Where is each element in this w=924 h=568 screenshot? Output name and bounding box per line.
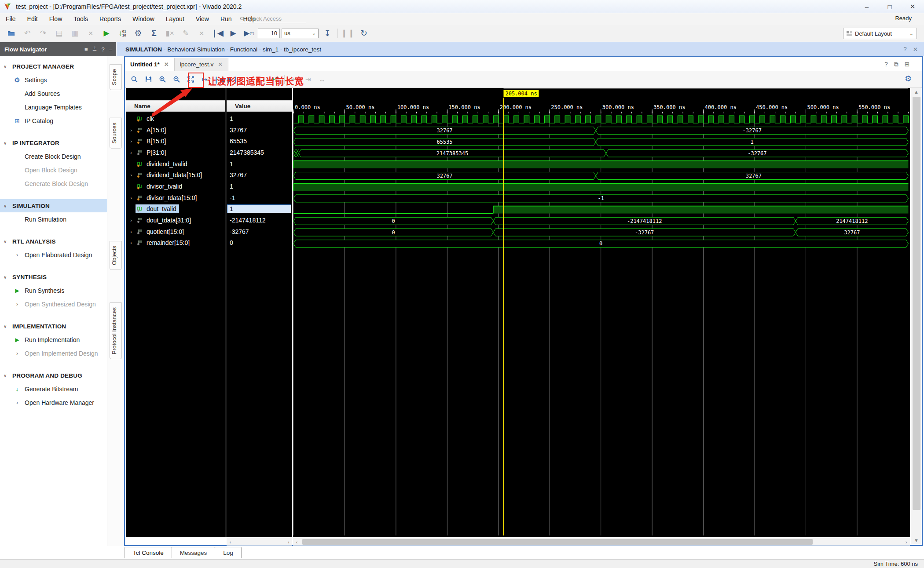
signal-row-A150[interactable]: ›A[15:0] <box>126 124 225 136</box>
expand-chevron-icon[interactable]: › <box>128 240 134 245</box>
time-unit-select[interactable]: us ⌄ <box>282 29 319 38</box>
menu-view[interactable]: View <box>190 14 215 24</box>
tab-log[interactable]: Log <box>215 547 242 558</box>
sidebar-item-settings[interactable]: ⚙Settings <box>0 73 107 87</box>
help-icon[interactable]: ? <box>903 46 907 53</box>
sidebar-item-run-implementation[interactable]: ▶Run Implementation <box>0 333 107 346</box>
menu-file[interactable]: File <box>0 14 22 24</box>
scrollbar-thumb[interactable] <box>913 97 920 510</box>
flow-section-header-synthesis[interactable]: ∨SYNTHESIS <box>0 270 107 284</box>
sidebar-item-open-synthesized-design[interactable]: ›Open Synthesized Design <box>0 297 107 311</box>
help-icon[interactable]: ? <box>884 61 888 68</box>
quick-access-search[interactable]: Quick Access <box>240 15 306 23</box>
signal-row-clk[interactable]: clk <box>126 113 225 124</box>
scrollbar-thumb[interactable] <box>302 539 813 545</box>
layout-selector[interactable]: Default Layout ⌄ <box>843 28 917 39</box>
menu-edit[interactable]: Edit <box>22 14 44 24</box>
close-icon[interactable]: ✕ <box>164 61 169 68</box>
report-sigma-icon[interactable]: Σ <box>147 27 161 40</box>
settings-gear-icon[interactable]: ⚙ <box>131 27 145 40</box>
expand-chevron-icon[interactable]: › <box>128 195 134 200</box>
flow-section-header-ip-integrator[interactable]: ∨IP INTEGRATOR <box>0 136 107 149</box>
tab-untitled-1-[interactable]: Untitled 1*✕ <box>125 58 175 71</box>
expand-chevron-icon[interactable]: › <box>128 127 134 133</box>
paste-icon[interactable]: ▥ <box>68 27 82 40</box>
step-icon[interactable]: ↧ <box>320 27 334 40</box>
close-icon[interactable]: ✕ <box>218 61 223 68</box>
signal-row-quotient150[interactable]: ›quotient[15:0] <box>126 226 225 237</box>
scroll-up-icon[interactable]: ▲ <box>911 88 921 96</box>
expand-chevron-icon[interactable]: › <box>128 150 134 155</box>
sidebar-item-open-elaborated-design[interactable]: ›Open Elaborated Design <box>0 248 107 262</box>
flow-section-header-rtl-analysis[interactable]: ∨RTL ANALYSIS <box>0 235 107 248</box>
sidebar-item-language-templates[interactable]: Language Templates <box>0 100 107 114</box>
sidebar-item-add-sources[interactable]: Add Sources <box>0 87 107 100</box>
scroll-right-icon[interactable]: › <box>902 539 910 545</box>
menu-run[interactable]: Run <box>215 14 238 24</box>
zoom-in-icon[interactable] <box>156 73 169 86</box>
help-icon[interactable]: ? <box>102 46 105 53</box>
breakpoint-icon[interactable]: ▮× <box>163 27 177 40</box>
close-icon[interactable]: ✕ <box>913 46 918 53</box>
signal-row-divisor_tdata150[interactable]: ›divisor_tdata[15:0] <box>126 192 225 204</box>
generate-bitstream-icon[interactable]: ↓0110 <box>115 27 129 40</box>
delete-icon[interactable]: × <box>84 27 98 40</box>
scroll-right-icon[interactable]: › <box>285 539 292 545</box>
flow-section-header-simulation[interactable]: ∨SIMULATION <box>0 199 107 212</box>
float-panel-icon[interactable]: ⧉ <box>894 61 898 68</box>
redo-icon[interactable]: ↷ <box>36 27 50 40</box>
expand-chevron-icon[interactable]: › <box>128 138 134 144</box>
side-tab-objects[interactable]: Objects <box>110 241 122 270</box>
tab-tcl-console[interactable]: Tcl Console <box>125 547 172 558</box>
scroll-left-icon[interactable]: ‹ <box>227 539 234 545</box>
tab-messages[interactable]: Messages <box>172 547 216 558</box>
expand-chevron-icon[interactable]: › <box>128 229 134 234</box>
maximize-panel-icon[interactable]: ⊞ <box>905 61 910 68</box>
side-tab-protocol-instances[interactable]: Protocol Instances <box>110 302 122 359</box>
signal-row-dividend_tvalid[interactable]: dividend_tvalid <box>126 158 225 170</box>
run-for-time-icon[interactable]: ▶(T) <box>242 27 256 40</box>
relaunch-icon[interactable]: ↻ <box>357 27 371 40</box>
side-tab-scope[interactable]: Scope <box>110 64 122 90</box>
signal-row-dividend_tdata150[interactable]: ›dividend_tdata[15:0] <box>126 169 225 181</box>
menu-layout[interactable]: Layout <box>160 14 190 24</box>
signal-row-B150[interactable]: ›B[15:0] <box>126 135 225 147</box>
sidebar-item-ip-catalog[interactable]: ⊞IP Catalog <box>0 114 107 127</box>
close-button[interactable]: ✕ <box>901 0 924 13</box>
zoom-range-icon[interactable]: ↔ <box>315 73 329 86</box>
pause-icon[interactable]: ❙❙ <box>341 27 355 40</box>
save-waveform-icon[interactable] <box>142 73 155 86</box>
signal-row-dout_tvalid[interactable]: dout_tvalid <box>126 204 225 215</box>
wave-horizontal-scrollbar[interactable]: ‹ › <box>293 538 910 546</box>
menu-reports[interactable]: Reports <box>94 14 127 24</box>
flow-section-header-program-and-debug[interactable]: ∨PROGRAM AND DEBUG <box>0 369 107 382</box>
signal-row-remainder150[interactable]: ›remainder[15:0] <box>126 237 225 249</box>
signal-row-P310[interactable]: ›P[31:0] <box>126 147 225 158</box>
side-tab-sources[interactable]: Sources <box>110 118 122 149</box>
restart-sim-icon[interactable]: ❘◀ <box>210 27 224 40</box>
minimize-panel-icon[interactable]: – <box>109 46 112 53</box>
sidebar-item-open-block-design[interactable]: Open Block Design <box>0 163 107 177</box>
flow-section-header-implementation[interactable]: ∨IMPLEMENTATION <box>0 320 107 333</box>
clear-icon[interactable]: ✎ <box>179 27 193 40</box>
cut-sim-icon[interactable]: × <box>194 27 209 40</box>
zoom-out-icon[interactable] <box>170 73 183 86</box>
scroll-left-icon[interactable]: ‹ <box>293 539 301 545</box>
run-all-icon[interactable]: ▶ <box>226 27 240 40</box>
value-column-header[interactable]: Value <box>227 100 292 112</box>
sidebar-item-open-implemented-design[interactable]: ›Open Implemented Design <box>0 346 107 360</box>
wave-vertical-scrollbar[interactable]: ▲ ▼ <box>911 88 921 544</box>
signal-row-divisor_tvalid[interactable]: divisor_tvalid <box>126 181 225 192</box>
search-icon[interactable] <box>128 73 141 86</box>
sidebar-item-open-hardware-manager[interactable]: ›Open Hardware Manager <box>0 396 107 409</box>
name-column-header[interactable]: Name <box>126 100 225 112</box>
scroll-down-icon[interactable]: ▼ <box>911 536 921 544</box>
run-icon[interactable]: ▶ <box>99 27 114 40</box>
sidebar-item-generate-block-design[interactable]: Generate Block Design <box>0 177 107 190</box>
sidebar-item-create-block-design[interactable]: Create Block Design <box>0 149 107 163</box>
wave-settings-gear-icon[interactable]: ⚙ <box>905 74 912 84</box>
waveform-canvas[interactable]: 0.000 ns50.000 ns100.000 ns150.000 ns200… <box>293 88 910 537</box>
sidebar-item-generate-bitstream[interactable]: ↓Generate Bitstream <box>0 382 107 396</box>
sidebar-item-run-synthesis[interactable]: ▶Run Synthesis <box>0 284 107 297</box>
menu-tools[interactable]: Tools <box>68 14 94 24</box>
